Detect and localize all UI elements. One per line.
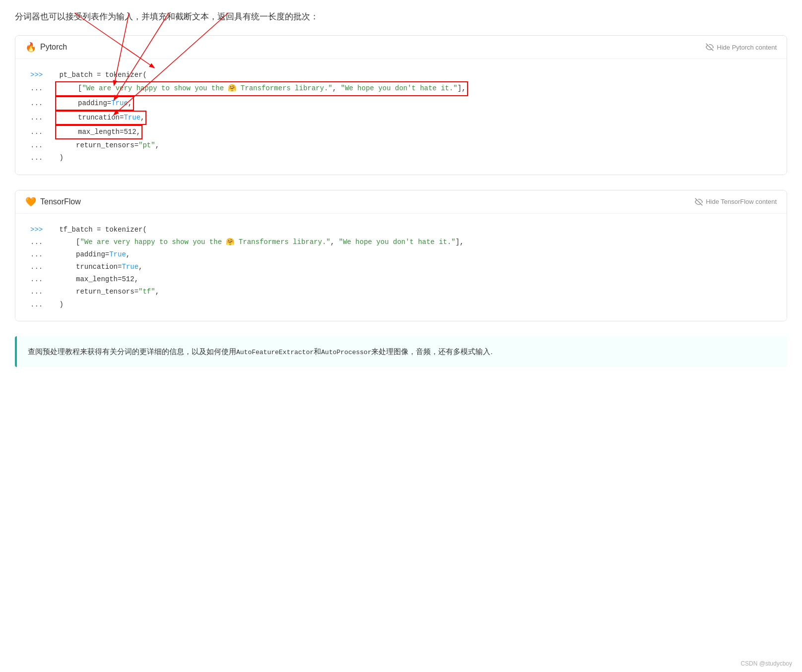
pytorch-line-7: ... ) [30,152,772,164]
tensorflow-line-6: ... return_tensors="tf", [30,286,772,298]
pytorch-code-section: 🔥 Pytorch Hide Pytorch content >>> pt_ba… [15,35,787,175]
tensorflow-code-7: ) [55,299,64,311]
pytorch-prompt-1: >>> [30,69,55,81]
tensorflow-code-2: ["We are very happy to show you the 🤗 Tr… [55,236,464,248]
pytorch-header: 🔥 Pytorch Hide Pytorch content [15,36,787,59]
tensorflow-code-6: return_tensors="tf", [55,286,159,298]
pytorch-line-3: ... padding=True, [30,96,772,111]
tensorflow-code-4: truncation=True, [55,261,142,273]
tensorflow-line-7: ... ) [30,299,772,311]
pytorch-code-4: truncation=True, [55,111,146,125]
tensorflow-prompt-3: ... [30,248,55,261]
pytorch-prompt-2: ... [30,82,55,95]
tensorflow-icon: 🧡 [25,196,36,207]
tensorflow-hide-button[interactable]: Hide TensorFlow content [695,198,777,206]
tensorflow-prompt-5: ... [30,273,55,286]
tensorflow-code-1: tf_batch = tokenizer( [55,224,147,236]
tensorflow-line-4: ... truncation=True, [30,261,772,273]
tensorflow-line-2: ... ["We are very happy to show you the … [30,236,772,248]
tensorflow-prompt-6: ... [30,286,55,298]
pytorch-line-6: ... return_tensors="pt", [30,139,772,152]
pytorch-title-group: 🔥 Pytorch [25,42,67,53]
pytorch-prompt-4: ... [30,112,55,124]
pytorch-line-5: ... max_length=512, [30,125,772,139]
tensorflow-prompt-7: ... [30,299,55,311]
pytorch-code-1: pt_batch = tokenizer( [55,69,147,81]
pytorch-line-4: ... truncation=True, [30,111,772,125]
pytorch-code-7: ) [55,152,64,164]
tensorflow-line-5: ... max_length=512, [30,273,772,286]
eye-hide-icon [706,43,714,51]
tensorflow-title: TensorFlow [40,197,81,206]
pytorch-line-1: >>> pt_batch = tokenizer( [30,69,772,81]
pytorch-icon: 🔥 [25,42,36,53]
tensorflow-eye-hide-icon [695,198,703,206]
info-box-text: 查阅预处理教程来获得有关分词的更详细的信息，以及如何使用AutoFeatureE… [28,347,493,356]
info-box: 查阅预处理教程来获得有关分词的更详细的信息，以及如何使用AutoFeatureE… [15,336,787,367]
pytorch-code-5: max_length=512, [55,125,142,139]
tensorflow-line-1: >>> tf_batch = tokenizer( [30,224,772,236]
tensorflow-prompt-2: ... [30,236,55,248]
tensorflow-hide-label: Hide TensorFlow content [706,198,777,205]
tensorflow-code-section: 🧡 TensorFlow Hide TensorFlow content >>>… [15,190,787,321]
tensorflow-code-5: max_length=512, [55,273,138,286]
pytorch-hide-label: Hide Pytorch content [717,44,777,51]
pytorch-annotated-wrapper: 🔥 Pytorch Hide Pytorch content >>> pt_ba… [15,35,787,175]
pytorch-code-6: return_tensors="pt", [55,139,159,152]
pytorch-code-body: >>> pt_batch = tokenizer( ... ["We are v… [15,59,787,174]
tensorflow-header: 🧡 TensorFlow Hide TensorFlow content [15,190,787,214]
pytorch-prompt-6: ... [30,139,55,152]
intro-text: 分词器也可以接受列表作为输入，并填充和截断文本，返回具有统一长度的批次： [15,10,787,23]
pytorch-line-2: ... ["We are very happy to show you the … [30,81,772,96]
tensorflow-prompt-1: >>> [30,224,55,236]
pytorch-code-2: ["We are very happy to show you the 🤗 Tr… [55,81,468,96]
pytorch-prompt-7: ... [30,152,55,164]
pytorch-code-3: padding=True, [55,96,134,111]
tensorflow-line-3: ... padding=True, [30,248,772,261]
tensorflow-prompt-4: ... [30,261,55,273]
tensorflow-title-group: 🧡 TensorFlow [25,196,81,207]
pytorch-hide-button[interactable]: Hide Pytorch content [706,43,777,51]
pytorch-title: Pytorch [40,43,67,52]
tensorflow-code-3: padding=True, [55,248,130,261]
pytorch-prompt-5: ... [30,126,55,138]
tensorflow-code-body: >>> tf_batch = tokenizer( ... ["We are v… [15,214,787,321]
pytorch-prompt-3: ... [30,97,55,110]
